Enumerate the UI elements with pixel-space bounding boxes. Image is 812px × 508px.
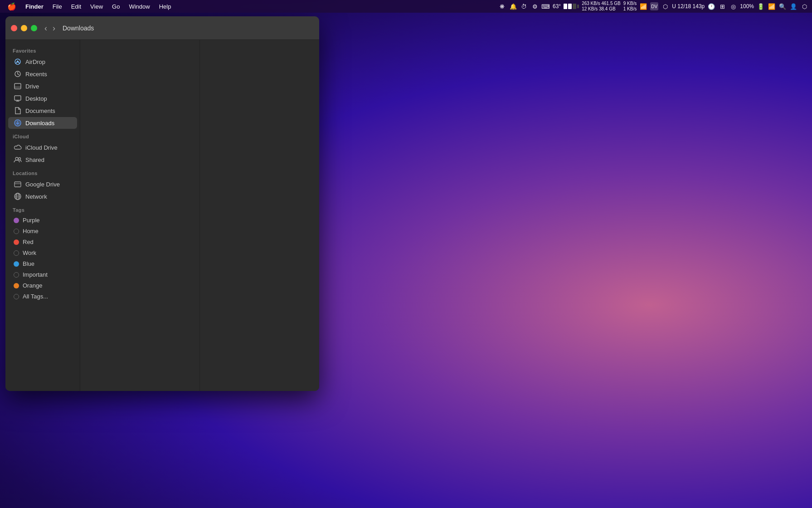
titlebar: ‹ › Downloads — [5, 16, 319, 40]
dropbox-icon[interactable]: ❋ — [498, 2, 506, 10]
sidebar-item-network-label: Network — [25, 193, 47, 200]
sidebar: Favorites AirDrop — [5, 40, 80, 391]
menubar-edit[interactable]: Edit — [68, 2, 85, 11]
section-favorites-label: Favorites — [5, 44, 80, 55]
sidebar-item-shared-label: Shared — [25, 156, 44, 163]
menubar-file[interactable]: File — [49, 2, 66, 11]
sidebar-item-airdrop-label: AirDrop — [25, 59, 45, 65]
svg-point-8 — [19, 158, 21, 160]
sidebar-item-google-drive-label: Google Drive — [25, 181, 60, 188]
tag-blue-dot — [14, 261, 19, 267]
sidebar-item-tag-purple-label: Purple — [23, 217, 40, 224]
window-title: Downloads — [63, 24, 94, 32]
sidebar-item-shared[interactable]: Shared — [8, 154, 77, 166]
sidebar-item-documents[interactable]: Documents — [8, 105, 77, 117]
sidebar-item-tag-purple[interactable]: Purple — [8, 215, 77, 225]
wifi-icon[interactable]: 📶 — [768, 2, 776, 10]
finder-body: Favorites AirDrop — [5, 40, 319, 391]
icloud-drive-icon — [14, 143, 22, 151]
search-icon[interactable]: 🔍 — [778, 2, 787, 10]
battery-percent: 100% — [740, 3, 754, 10]
sidebar-item-recents-label: Recents — [25, 71, 47, 78]
bluetooth-icon[interactable]: ⬡ — [661, 2, 669, 10]
settings-icon[interactable]: ⚙ — [531, 2, 539, 10]
tag-orange-dot — [14, 283, 19, 288]
sidebar-item-tag-home-label: Home — [23, 228, 39, 234]
datetime: U 12/18 143p — [672, 3, 705, 10]
drive-icon — [14, 82, 22, 90]
maximize-button[interactable] — [31, 25, 37, 31]
dv-icon[interactable]: DV — [650, 2, 658, 10]
battery-icon[interactable]: 🔋 — [757, 2, 765, 10]
sidebar-item-tag-important[interactable]: Important — [8, 269, 77, 280]
sidebar-item-tag-all-label: All Tags... — [23, 293, 48, 300]
tag-home-dot — [14, 229, 19, 234]
tag-work-dot — [14, 250, 19, 256]
menubar-app-name[interactable]: Finder — [22, 2, 47, 11]
menubar-left: 🍎 Finder File Edit View Go Window Help — [4, 2, 175, 11]
sidebar-item-tag-all[interactable]: All Tags... — [8, 291, 77, 302]
sidebar-item-documents-label: Documents — [25, 107, 55, 114]
close-button[interactable] — [11, 25, 17, 31]
keyboard-icon[interactable]: ⌨ — [542, 2, 550, 10]
battery-bars — [564, 4, 579, 9]
wifi-off-icon[interactable]: 📶 — [639, 2, 647, 10]
sidebar-item-downloads[interactable]: Downloads — [8, 117, 77, 129]
svg-point-7 — [15, 157, 18, 160]
siri2-icon[interactable]: ⬡ — [800, 2, 808, 10]
clock-icon[interactable]: 🕐 — [707, 2, 715, 10]
sidebar-item-tag-home[interactable]: Home — [8, 226, 77, 236]
apple-menu[interactable]: 🍎 — [4, 2, 20, 11]
forward-button[interactable]: › — [51, 23, 57, 33]
sidebar-item-tag-important-label: Important — [23, 271, 48, 278]
user-icon[interactable]: 👤 — [789, 2, 797, 10]
sidebar-item-airdrop[interactable]: AirDrop — [8, 56, 77, 68]
sidebar-item-tag-blue[interactable]: Blue — [8, 259, 77, 269]
menubar-view[interactable]: View — [87, 2, 107, 11]
sidebar-item-tag-orange[interactable]: Orange — [8, 280, 77, 291]
screentime-icon[interactable]: ⏱ — [520, 2, 528, 10]
svg-rect-9 — [15, 182, 21, 187]
tag-important-dot — [14, 272, 19, 278]
sidebar-item-tag-work-label: Work — [23, 249, 36, 256]
sidebar-item-tag-red-label: Red — [23, 239, 34, 245]
siri-icon[interactable]: ◎ — [729, 2, 737, 10]
nav-buttons: ‹ › — [43, 23, 57, 33]
io-stats: 9 KB/s 1 KB/s — [623, 1, 637, 12]
sidebar-item-icloud-drive-label: iCloud Drive — [25, 144, 58, 151]
svg-rect-4 — [15, 96, 21, 100]
sidebar-item-google-drive[interactable]: Google Drive — [8, 178, 77, 190]
sidebar-item-tag-work[interactable]: Work — [8, 248, 77, 258]
menubar-go[interactable]: Go — [108, 2, 123, 11]
sidebar-item-desktop-label: Desktop — [25, 95, 47, 102]
notification-icon[interactable]: 🔔 — [509, 2, 517, 10]
sidebar-item-icloud-drive[interactable]: iCloud Drive — [8, 142, 77, 153]
traffic-lights — [11, 25, 37, 31]
documents-icon — [14, 107, 22, 115]
controlcenter-icon[interactable]: ⊞ — [718, 2, 726, 10]
shared-icon — [14, 156, 22, 164]
sidebar-item-drive-label: Drive — [25, 83, 39, 90]
file-pane-right — [200, 40, 319, 391]
section-tags-label: Tags — [5, 203, 80, 215]
sidebar-item-desktop[interactable]: Desktop — [8, 93, 77, 104]
sidebar-item-tag-blue-label: Blue — [23, 260, 34, 267]
finder-window: ‹ › Downloads Favorites AirDrop — [5, 16, 319, 391]
svg-rect-3 — [15, 83, 21, 89]
section-locations-label: Locations — [5, 166, 80, 178]
sidebar-item-tag-orange-label: Orange — [23, 282, 42, 289]
menubar-help[interactable]: Help — [156, 2, 175, 11]
recents-icon — [14, 70, 22, 78]
temperature: 63° — [553, 3, 561, 10]
tag-purple-dot — [14, 218, 19, 223]
sidebar-item-recents[interactable]: Recents — [8, 68, 77, 80]
menubar-right: ❋ 🔔 ⏱ ⚙ ⌨ 63° 263 KB/s 461.5 GB 12 KB/s … — [498, 1, 808, 12]
google-drive-icon — [14, 180, 22, 188]
minimize-button[interactable] — [21, 25, 27, 31]
sidebar-item-downloads-label: Downloads — [25, 120, 54, 127]
sidebar-item-network[interactable]: Network — [8, 190, 77, 202]
sidebar-item-tag-red[interactable]: Red — [8, 237, 77, 247]
menubar-window[interactable]: Window — [125, 2, 153, 11]
sidebar-item-drive[interactable]: Drive — [8, 80, 77, 92]
back-button[interactable]: ‹ — [43, 23, 49, 33]
